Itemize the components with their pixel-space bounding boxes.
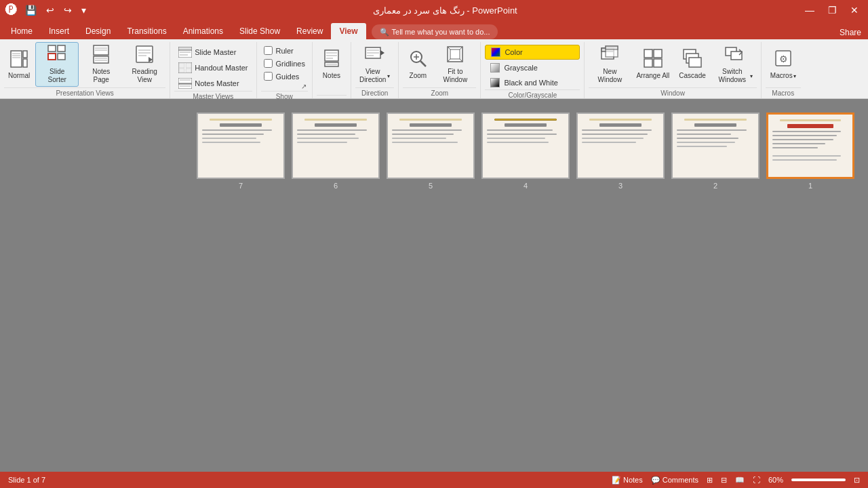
group-direction: ViewDirection ▾ Direction [351, 42, 399, 98]
slide-7-thumb[interactable] [197, 113, 285, 179]
black-white-btn[interactable]: Black and White [485, 76, 580, 89]
pres-views-group-label: Presentation Views [4, 87, 165, 98]
status-bar-notes-btn[interactable]: 📝 Notes [612, 476, 643, 485]
maximize-btn[interactable]: ❐ [824, 3, 841, 17]
handout-master-btn[interactable]: Handout Master [174, 60, 252, 75]
slide-6-thumb[interactable] [292, 113, 380, 179]
notes-master-btn[interactable]: Notes Master [174, 76, 252, 91]
color-btn[interactable]: Color [485, 45, 580, 60]
show-dialog-launcher[interactable]: ↗ [300, 82, 308, 91]
reading-view-btn[interactable]: Reading View [123, 42, 165, 87]
slide-5[interactable]: 5 [387, 113, 475, 190]
share-button[interactable]: Share [833, 26, 868, 39]
zoom-fit-btn[interactable]: ⊡ [854, 476, 860, 485]
slide-master-icon [178, 47, 192, 58]
group-macros: ⚙ Macros ▾ Macros [762, 42, 805, 98]
slide-2-thumb[interactable] [671, 113, 760, 179]
switch-windows-btn[interactable]: Switch Windows ▾ [711, 42, 757, 87]
zoom-group-label: Zoom [403, 87, 476, 98]
tab-view[interactable]: View [331, 23, 366, 39]
svg-rect-27 [186, 63, 191, 68]
svg-rect-59 [644, 49, 652, 58]
slide-1-thumb[interactable] [766, 113, 854, 179]
slide-sorter-icon [47, 45, 66, 66]
tab-design[interactable]: Design [77, 23, 119, 39]
slide-4[interactable]: 4 [481, 113, 570, 190]
slide-area: 1 2 3 [0, 99, 868, 472]
tab-transitions[interactable]: Transitions [119, 23, 174, 39]
arrange-all-label: Arrange All [636, 72, 669, 80]
notes-master-label: Notes Master [195, 79, 239, 87]
zoom-slider[interactable] [791, 479, 846, 481]
slide-7[interactable]: 7 [197, 113, 285, 190]
svg-rect-50 [450, 49, 460, 59]
undo-btn[interactable]: ↩ [43, 3, 58, 17]
slide-1[interactable]: 1 [766, 113, 854, 190]
slide-3-thumb[interactable] [576, 113, 665, 179]
svg-rect-60 [654, 49, 662, 58]
guides-item[interactable]: Guides [261, 70, 308, 82]
redo-btn[interactable]: ↪ [60, 3, 75, 17]
arrange-all-btn[interactable]: Arrange All [632, 42, 673, 87]
group-show: Ruler Gridlines Guides ↗ Show [257, 42, 313, 98]
fit-to-window-btn[interactable]: Fit to Window [434, 42, 476, 87]
view-direction-btn[interactable]: ViewDirection ▾ [355, 42, 394, 87]
grayscale-label: Grayscale [504, 64, 538, 72]
tab-review[interactable]: Review [288, 23, 331, 39]
gridlines-checkbox[interactable] [264, 59, 273, 68]
status-bar-comments-btn[interactable]: 💬 Comments [651, 476, 698, 485]
window-items: New Window Arrange All [589, 42, 756, 87]
slide-5-thumb[interactable] [387, 113, 475, 179]
svg-rect-65 [689, 58, 701, 67]
svg-rect-28 [179, 68, 184, 73]
slide-master-btn[interactable]: Slide Master [174, 45, 252, 60]
slide-3[interactable]: 3 [576, 113, 665, 190]
slide-2-num: 2 [713, 182, 717, 190]
notes-btn[interactable]: Notes [317, 42, 347, 87]
fullscreen-btn[interactable]: ⛶ [753, 476, 760, 484]
slide-info: Slide 1 of 7 [8, 476, 45, 484]
notes-group-label [317, 95, 347, 98]
slide-sorter-btn[interactable]: Slide Sorter [35, 42, 79, 87]
group-notes: Notes [313, 42, 351, 98]
zoom-icon [408, 49, 427, 70]
tell-me-input[interactable]: 🔍 Tell me what you want to do... [372, 24, 498, 39]
notes-page-btn[interactable]: Notes Page [80, 42, 122, 87]
new-window-btn[interactable]: New Window [589, 42, 631, 87]
svg-line-46 [420, 61, 426, 66]
tell-me-text: Tell me what you want to do... [392, 28, 490, 36]
svg-rect-58 [606, 46, 618, 49]
guides-checkbox[interactable] [264, 72, 273, 81]
group-color-grayscale: Color Grayscale Black and White Color/Gr… [481, 42, 585, 98]
normal-label: Normal [8, 72, 30, 80]
tab-slideshow[interactable]: Slide Show [231, 23, 288, 39]
gridlines-item[interactable]: Gridlines [261, 58, 308, 69]
svg-rect-62 [654, 59, 662, 67]
cascade-btn[interactable]: Cascade [675, 42, 709, 87]
minimize-btn[interactable]: — [801, 3, 818, 17]
master-views-items: Slide Master Handout Master [174, 42, 252, 91]
tab-animations[interactable]: Animations [175, 23, 231, 39]
slide-2[interactable]: 2 [671, 113, 760, 190]
macros-label: Macros [770, 72, 793, 80]
tab-insert[interactable]: Insert [41, 23, 77, 39]
normal-view-btn[interactable]: Normal [4, 42, 34, 87]
customize-btn[interactable]: ▾ [78, 3, 90, 17]
ruler-item[interactable]: Ruler [261, 45, 308, 56]
slide-4-thumb[interactable] [481, 113, 570, 179]
notes-page-icon [92, 45, 111, 66]
slide-6[interactable]: 6 [292, 113, 380, 190]
handout-master-label: Handout Master [195, 64, 248, 72]
grayscale-btn[interactable]: Grayscale [485, 61, 580, 75]
view-reading-status[interactable]: 📖 [735, 476, 745, 485]
view-normal-status[interactable]: ⊞ [707, 476, 713, 485]
zoom-btn[interactable]: Zoom [403, 42, 433, 87]
macros-btn[interactable]: ⚙ Macros ▾ [766, 42, 801, 87]
svg-rect-2 [23, 59, 27, 67]
tab-home[interactable]: Home [3, 23, 41, 39]
view-direction-icon [364, 45, 386, 66]
save-btn[interactable]: 💾 [22, 3, 40, 17]
close-btn[interactable]: ✕ [846, 3, 863, 17]
ruler-checkbox[interactable] [264, 46, 273, 55]
view-sorter-status[interactable]: ⊟ [721, 476, 727, 485]
